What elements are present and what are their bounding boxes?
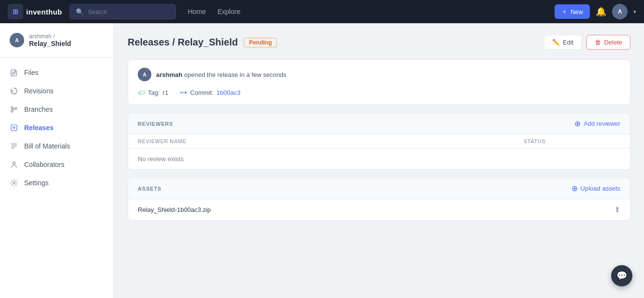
layout: A arshmah / Relay_Shield Files [0,23,644,298]
col-status: STATUS [524,138,620,144]
sidebar-item-label: Releases [24,124,54,132]
sidebar-item-files[interactable]: Files [0,63,114,82]
logo-text: inventhub [26,8,62,16]
assets-section-header: ASSETS ⊕ Upload assets [128,178,630,199]
reviewers-section-header: REVIEWERS ⊕ Add reviewer [128,113,630,134]
chevron-down-icon[interactable]: ▾ [633,9,636,15]
reviewers-table: REVIEWER NAME STATUS No review exists [128,134,630,169]
no-review-row: No review exists [128,149,630,169]
search-input[interactable] [88,8,170,15]
sidebar-item-label: Collaborators [24,161,64,168]
notification-icon[interactable]: 🔔 [596,6,606,17]
reviewers-table-header: REVIEWER NAME STATUS [128,134,630,149]
add-reviewer-button[interactable]: ⊕ Add reviewer [574,119,620,128]
svg-rect-9 [11,146,17,146]
sidebar-user: A arshmah / Relay_Shield [0,33,114,58]
nav-explore[interactable]: Explore [218,8,240,15]
main-content: Releases / Relay_Shield Pending ✏️ Edit … [114,23,644,298]
asset-upload-icon[interactable]: ⬆ [614,205,620,214]
sidebar-username: arshmah / [29,33,71,40]
svg-point-4 [11,110,13,112]
commit-icon: ⊶ [180,88,187,97]
assets-section: ASSETS ⊕ Upload assets Relay_Shield-1b00… [128,178,630,221]
asset-filename: Relay_Shield-1b00ac3.zip [138,206,211,213]
release-info-card: A arshmah opened the release in a few se… [128,60,630,105]
sidebar-item-collaborators[interactable]: Collaborators [0,155,114,174]
revisions-icon [10,87,18,95]
sidebar: A arshmah / Relay_Shield Files [0,23,114,298]
sidebar-nav: Files Revisions [0,58,114,198]
tag-icon: 🏷 [138,89,145,97]
delete-button[interactable]: 🗑 Delete [586,35,630,50]
svg-point-3 [11,106,13,108]
settings-icon [10,179,18,187]
add-circle-icon: ⊕ [574,119,581,128]
svg-point-12 [13,182,15,184]
sidebar-item-label: Bill of Materials [24,142,70,150]
release-author-avatar: A [138,68,151,81]
new-button[interactable]: ＋ New [555,4,590,19]
upload-assets-button[interactable]: ⊕ Upload assets [571,184,620,193]
sidebar-item-label: Settings [24,179,49,187]
release-info-text: arshmah opened the release in a few seco… [156,71,287,78]
edit-button[interactable]: ✏️ Edit [544,35,582,50]
branches-icon [10,105,18,114]
upload-circle-icon: ⊕ [571,184,578,193]
sidebar-item-releases[interactable]: Releases [0,119,114,137]
sidebar-repo: Relay_Shield [29,40,71,47]
nav-links: Home Explore [188,8,240,15]
topnav: ⊞ inventhub 🔍 Home Explore ＋ New 🔔 A ▾ [0,0,644,23]
edit-icon: ✏️ [552,39,560,46]
sidebar-item-revisions[interactable]: Revisions [0,82,114,100]
svg-point-5 [15,107,17,109]
page-title: Releases / Relay_Shield [128,37,238,48]
sidebar-avatar: A [10,33,24,47]
sidebar-item-label: Revisions [24,87,54,95]
chat-widget[interactable]: 💬 [611,265,632,286]
search-icon: 🔍 [76,8,84,15]
sidebar-item-settings[interactable]: Settings [0,174,114,192]
nav-home[interactable]: Home [188,8,205,15]
reviewers-title: REVIEWERS [138,121,173,127]
chat-icon: 💬 [616,270,627,281]
assets-title: ASSETS [138,186,161,192]
topnav-right: ＋ New 🔔 A ▾ [555,4,636,19]
logo[interactable]: ⊞ inventhub [8,4,62,19]
no-review-text: No review exists [138,155,184,163]
files-icon [10,68,18,77]
plus-icon: ＋ [561,7,568,16]
trash-icon: 🗑 [595,39,601,46]
svg-point-11 [13,162,15,164]
release-commit: ⊶ Commit: 1b00ac3 [180,88,240,97]
bom-icon [10,142,18,150]
search-bar[interactable]: 🔍 [70,4,176,19]
logo-icon: ⊞ [8,4,23,19]
release-tag: 🏷 Tag: r1 [138,89,168,97]
sidebar-item-label: Branches [24,105,53,113]
commit-link[interactable]: 1b00ac3 [217,89,241,96]
sidebar-item-branches[interactable]: Branches [0,100,114,119]
avatar[interactable]: A [612,4,628,19]
svg-rect-10 [11,148,15,148]
status-badge: Pending [244,38,277,47]
col-reviewer-name: REVIEWER NAME [138,138,524,144]
sidebar-item-label: Files [24,69,39,76]
sidebar-item-bom[interactable]: Bill of Materials [0,137,114,155]
collaborators-icon [10,160,18,169]
svg-rect-8 [11,144,17,144]
releases-icon [10,123,18,132]
reviewers-section: REVIEWERS ⊕ Add reviewer REVIEWER NAME S… [128,113,630,170]
page-header: Releases / Relay_Shield Pending ✏️ Edit … [128,35,630,50]
asset-row: Relay_Shield-1b00ac3.zip ⬆ [128,199,630,220]
